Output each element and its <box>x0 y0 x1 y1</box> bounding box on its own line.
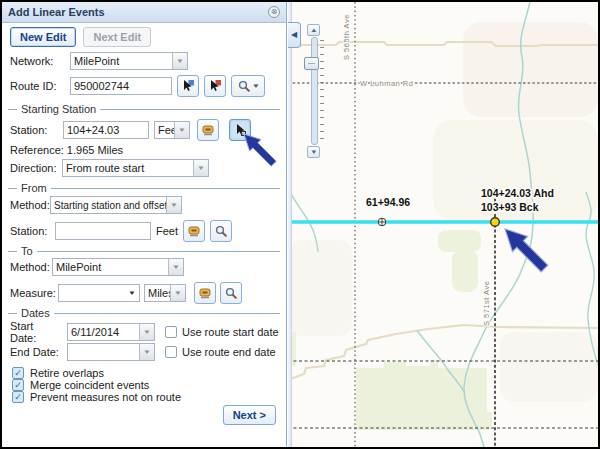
network-label: Network: <box>10 55 70 67</box>
selected-station-point[interactable] <box>491 218 500 227</box>
from-station-units: Feet <box>156 225 178 237</box>
chevron-down-icon: ▼ <box>143 329 151 335</box>
route-id-input[interactable] <box>70 77 172 95</box>
merge-coincident-label: Merge coincident events <box>30 379 149 391</box>
close-icon[interactable]: ⊗ <box>268 6 280 18</box>
station-units-dropdown-button[interactable]: ▼ <box>174 122 189 138</box>
pick-station-on-map-button[interactable] <box>229 119 251 141</box>
to-method-label: Method: <box>10 261 52 273</box>
cursor-select-icon <box>181 79 195 93</box>
end-date-label: End Date: <box>10 346 62 358</box>
to-method-select[interactable]: MilePoint ▼ <box>52 258 184 276</box>
direction-value: From route start <box>63 160 193 176</box>
end-date-dropdown-button[interactable]: ▼ <box>139 344 154 360</box>
collapse-left-icon: ◀ <box>291 31 297 39</box>
street-label-left-ave: S 565th Ave <box>342 14 351 60</box>
start-date-dropdown-button[interactable]: ▼ <box>139 324 154 340</box>
from-section-label: From <box>21 182 47 194</box>
use-route-end-date-label: Use route end date <box>182 346 276 358</box>
slider-down-icon: ▼ <box>310 149 318 155</box>
collapse-panel-button[interactable]: ◀ <box>288 22 301 48</box>
zoom-out-button[interactable]: ▼ <box>307 146 320 158</box>
from-measure-tool-button[interactable] <box>183 220 205 242</box>
station-label-2-ahead: 104+24.03 Ahd <box>481 187 554 199</box>
measure-units-value: Miles <box>145 285 170 301</box>
vegetation-area <box>356 360 492 430</box>
measure-tool-button[interactable] <box>194 282 216 304</box>
merge-coincident-checkbox[interactable]: ✓ <box>12 379 24 391</box>
measure-units-dropdown-button[interactable]: ▼ <box>170 285 185 301</box>
direction-select[interactable]: From route start ▼ <box>62 159 209 177</box>
retire-overlaps-checkbox[interactable]: ✓ <box>12 367 24 379</box>
from-station-input[interactable] <box>55 222 151 240</box>
reference-text: Reference: 1.965 Miles <box>10 144 123 156</box>
map-canvas: 61+94.96 104+24.03 Ahd 103+93 Bck W Luhm… <box>288 2 600 447</box>
to-method-dropdown-button[interactable]: ▼ <box>168 259 183 275</box>
measure-value <box>59 285 125 301</box>
search-icon <box>225 287 238 300</box>
network-select[interactable]: MilePoint ▼ <box>70 52 188 70</box>
measure-dropdown-button[interactable]: ▼ <box>125 285 139 301</box>
panel-title: Add Linear Events <box>8 6 268 18</box>
chevron-down-icon: ▼ <box>143 349 151 355</box>
station-input[interactable] <box>63 121 149 139</box>
chevron-down-icon: ▼ <box>178 127 186 133</box>
clear-route-selection-button[interactable] <box>204 75 226 97</box>
end-date-value <box>68 344 139 360</box>
zoom-slider-thumb[interactable] <box>304 57 319 70</box>
station-label: Station: <box>10 124 58 136</box>
zoom-slider-ticks <box>320 40 324 144</box>
chevron-down-icon: ▼ <box>176 58 184 64</box>
start-date-select[interactable]: 6/11/2014 ▼ <box>67 323 155 341</box>
chevron-down-icon: ▼ <box>197 165 205 171</box>
starting-station-section-label: Starting Station <box>21 103 96 115</box>
station-units-value: Feet <box>155 122 174 138</box>
station-marker-icon <box>201 123 215 137</box>
station-marker-icon <box>187 224 201 238</box>
street-label-right-ave: S 571st Ave <box>482 281 491 326</box>
to-method-value: MilePoint <box>53 259 168 275</box>
from-method-dropdown-button[interactable]: ▼ <box>166 197 181 213</box>
network-dropdown-button[interactable]: ▼ <box>172 53 187 69</box>
zoom-slider-track[interactable] <box>311 37 318 145</box>
retire-overlaps-label: Retire overlaps <box>30 367 104 379</box>
add-linear-events-panel: Add Linear Events ⊗ New Edit Next Edit N… <box>2 2 287 447</box>
prevent-measures-checkbox[interactable]: ✓ <box>12 391 24 403</box>
chevron-down-icon: ▼ <box>128 290 136 296</box>
panel-splitter[interactable] <box>288 2 292 447</box>
land-tint-patch <box>500 332 598 402</box>
use-route-start-date-label: Use route start date <box>182 326 279 338</box>
search-icon <box>215 225 228 238</box>
cursor-pick-icon <box>233 123 247 137</box>
end-date-select[interactable]: ▼ <box>67 343 155 361</box>
select-route-on-map-button[interactable] <box>177 75 199 97</box>
station-label-2-back: 103+93 Bck <box>481 201 539 213</box>
route-search-menu-button[interactable]: ▼ <box>231 75 265 97</box>
from-method-select[interactable]: Starting station and offset ▼ <box>50 196 182 214</box>
station-measure-tool-button[interactable] <box>197 119 219 141</box>
use-route-start-date-checkbox[interactable]: ✓ <box>165 326 177 338</box>
new-edit-button[interactable]: New Edit <box>10 27 76 47</box>
measure-combo[interactable]: ▼ <box>58 284 140 302</box>
station-reference-marker <box>378 218 386 226</box>
measure-units-select[interactable]: Miles ▼ <box>144 284 186 302</box>
vegetation-area <box>452 250 478 292</box>
next-button[interactable]: Next > <box>223 405 276 425</box>
dates-section-label: Dates <box>21 307 50 319</box>
route-id-label: Route ID: <box>10 80 65 92</box>
dates-section-header: Dates <box>8 307 280 319</box>
from-search-button[interactable] <box>210 220 232 242</box>
map-viewport[interactable]: 61+94.96 104+24.03 Ahd 103+93 Bck W Luhm… <box>288 2 600 447</box>
measure-search-button[interactable] <box>220 282 242 304</box>
station-units-select[interactable]: Feet ▼ <box>154 121 190 139</box>
use-route-end-date-checkbox[interactable]: ✓ <box>165 346 177 358</box>
vegetation-area <box>438 230 481 252</box>
zoom-in-button[interactable]: ▲ <box>307 24 320 36</box>
search-icon <box>238 80 251 93</box>
direction-dropdown-button[interactable]: ▼ <box>193 160 208 176</box>
start-date-value: 6/11/2014 <box>68 324 139 340</box>
prevent-measures-label: Prevent measures not on route <box>30 391 181 403</box>
next-edit-button[interactable]: Next Edit <box>83 27 151 47</box>
slider-up-icon: ▲ <box>310 27 318 33</box>
starting-station-section-header: Starting Station <box>8 103 280 115</box>
